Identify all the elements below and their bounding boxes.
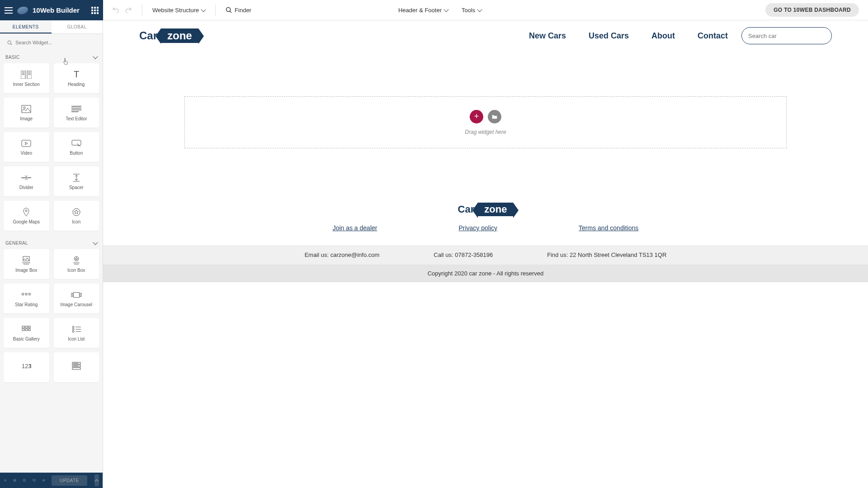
widget-star[interactable]: Icon bbox=[54, 201, 99, 231]
inner-section-icon bbox=[21, 70, 32, 79]
settings-icon[interactable] bbox=[4, 477, 7, 483]
widget-carousel[interactable]: Image Carousel bbox=[54, 284, 99, 313]
widget-label: Star Rating bbox=[15, 302, 38, 307]
svg-rect-32 bbox=[73, 292, 79, 297]
widget-stars[interactable]: Star Rating bbox=[4, 284, 49, 313]
responsive-icon[interactable] bbox=[33, 477, 36, 483]
folder-icon bbox=[491, 114, 498, 120]
svg-point-2 bbox=[8, 41, 11, 44]
site-footer: Car zone Join as a dealer Privacy policy… bbox=[103, 203, 868, 282]
widget-label: Heading bbox=[68, 82, 85, 87]
update-caret[interactable] bbox=[94, 474, 99, 486]
widget-inner-section[interactable]: Inner Section bbox=[4, 63, 49, 93]
widget-label: Image Carousel bbox=[60, 302, 92, 307]
topbar-center: Header & Footer Tools bbox=[398, 7, 481, 14]
footer-link[interactable]: Terms and conditions bbox=[579, 224, 638, 232]
add-section-button[interactable]: + bbox=[470, 110, 483, 123]
menu-icon[interactable] bbox=[5, 7, 13, 14]
widget-gallery[interactable]: Basic Gallery bbox=[4, 318, 49, 348]
update-button[interactable]: UPDATE bbox=[52, 475, 87, 486]
widget-divider[interactable]: Divider bbox=[4, 166, 49, 196]
finder-button[interactable]: Finder bbox=[226, 7, 251, 14]
widget-spacer[interactable]: Spacer bbox=[54, 166, 99, 196]
text-editor-icon bbox=[71, 104, 82, 114]
svg-line-3 bbox=[10, 43, 12, 45]
topbar-left: 10Web Builder bbox=[0, 6, 103, 14]
chevron-down-icon bbox=[443, 7, 448, 12]
widget-label: Google Maps bbox=[13, 219, 40, 224]
widget-button[interactable]: Button bbox=[54, 132, 99, 162]
widget-label: Divider bbox=[19, 185, 33, 190]
svg-rect-39 bbox=[25, 329, 28, 331]
widget-counter[interactable]: 123 bbox=[4, 352, 49, 382]
footer-logo[interactable]: Car zone bbox=[458, 203, 514, 216]
sidebar-scroll[interactable]: ELEMENTS GLOBAL BASIC Inner SectionTHead… bbox=[0, 20, 103, 473]
search-icon bbox=[226, 7, 232, 13]
button-icon bbox=[71, 139, 82, 148]
footer-link[interactable]: Join as a dealer bbox=[333, 224, 377, 232]
gallery-icon bbox=[21, 325, 32, 334]
topbar-mid: Website Structure Finder Header & Footer… bbox=[103, 0, 868, 20]
heading-icon: T bbox=[71, 70, 82, 79]
website-structure-dropdown[interactable]: Website Structure bbox=[152, 7, 205, 14]
video-icon bbox=[21, 139, 32, 148]
image-icon bbox=[21, 104, 32, 114]
widget-text-editor[interactable]: Text Editor bbox=[54, 98, 99, 128]
nav-link[interactable]: New Cars bbox=[529, 31, 566, 41]
header-footer-dropdown[interactable]: Header & Footer bbox=[398, 7, 448, 14]
widget-label: Image Box bbox=[15, 268, 37, 273]
widget-label: Icon bbox=[72, 219, 80, 224]
sidebar-tabs: ELEMENTS GLOBAL bbox=[0, 20, 103, 34]
svg-rect-36 bbox=[25, 326, 28, 328]
stars-icon bbox=[21, 290, 32, 299]
svg-rect-37 bbox=[28, 326, 30, 328]
undo-icon[interactable] bbox=[112, 6, 119, 14]
chevron-down-icon bbox=[93, 54, 98, 59]
svg-text:T: T bbox=[74, 70, 79, 79]
logo-part2: zone bbox=[478, 203, 513, 216]
widget-search-input[interactable] bbox=[5, 38, 98, 47]
widget-dropzone[interactable]: + Drag widget here bbox=[184, 96, 787, 148]
layers-icon[interactable] bbox=[13, 477, 16, 483]
widget-icon-list[interactable]: Icon List bbox=[54, 318, 99, 348]
tab-elements[interactable]: ELEMENTS bbox=[0, 20, 52, 33]
tab-global[interactable]: GLOBAL bbox=[52, 20, 103, 33]
widget-label: Image bbox=[20, 116, 33, 121]
divider bbox=[215, 5, 216, 15]
widget-image[interactable]: Image bbox=[4, 98, 49, 128]
widget-accordion[interactable] bbox=[54, 352, 99, 382]
site-search-input[interactable] bbox=[748, 33, 824, 39]
site-nav: New Cars Used Cars About Contact bbox=[529, 31, 728, 41]
svg-point-45 bbox=[72, 331, 74, 332]
tools-dropdown[interactable]: Tools bbox=[462, 7, 481, 14]
svg-point-53 bbox=[5, 480, 6, 481]
footer-links: Join as a dealer Privacy policy Terms an… bbox=[103, 224, 868, 232]
svg-rect-35 bbox=[22, 326, 24, 328]
dropzone-text: Drag widget here bbox=[465, 129, 506, 135]
history-icon[interactable] bbox=[23, 477, 26, 483]
footer-link[interactable]: Privacy policy bbox=[458, 224, 497, 232]
footer-email: Email us: carzone@info.com bbox=[305, 251, 380, 258]
dashboard-button[interactable]: GO TO 10WEB DASHBOARD bbox=[765, 3, 859, 17]
site-logo[interactable]: Car zone bbox=[139, 28, 198, 43]
template-folder-button[interactable] bbox=[488, 110, 501, 123]
preview-icon[interactable] bbox=[42, 477, 45, 483]
footer-address: Find us: 22 North Street Cleveland TS13 … bbox=[547, 251, 666, 258]
nav-link[interactable]: Contact bbox=[698, 31, 728, 41]
nav-link[interactable]: Used Cars bbox=[589, 31, 629, 41]
widget-image-box[interactable]: Image Box bbox=[4, 249, 49, 279]
widget-heading[interactable]: THeading bbox=[54, 63, 99, 93]
widget-map[interactable]: Google Maps bbox=[4, 201, 49, 231]
apps-grid-icon[interactable] bbox=[91, 7, 99, 14]
widget-icon-box[interactable]: Icon Box bbox=[54, 249, 99, 279]
widget-label: Text Editor bbox=[66, 116, 87, 121]
section-general-header[interactable]: GENERAL bbox=[0, 237, 103, 249]
widget-video[interactable]: Video bbox=[4, 132, 49, 162]
section-basic-header[interactable]: BASIC bbox=[0, 51, 103, 63]
editor-canvas[interactable]: Car zone New Cars Used Cars About Contac… bbox=[103, 20, 868, 488]
carousel-icon bbox=[71, 290, 82, 299]
spacer-icon bbox=[71, 173, 82, 182]
nav-link[interactable]: About bbox=[651, 31, 675, 41]
star-icon bbox=[71, 208, 82, 217]
redo-icon[interactable] bbox=[125, 6, 132, 14]
